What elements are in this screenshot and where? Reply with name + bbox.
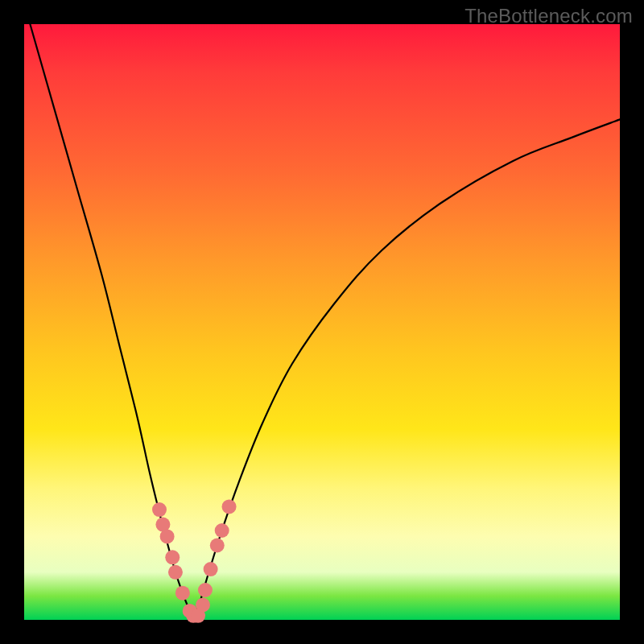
data-marker xyxy=(175,586,190,601)
data-marker xyxy=(168,565,183,580)
data-marker xyxy=(165,550,180,564)
data-marker xyxy=(204,562,218,576)
data-marker xyxy=(215,523,229,538)
marker-layer xyxy=(152,499,237,622)
data-marker xyxy=(196,598,210,613)
curve-layer xyxy=(30,24,620,616)
data-marker xyxy=(198,583,213,597)
data-marker xyxy=(152,502,167,517)
data-marker xyxy=(210,539,225,553)
curve-right-branch xyxy=(193,119,620,615)
watermark-text: TheBottleneck.com xyxy=(464,5,633,27)
data-marker xyxy=(160,529,175,543)
plot-area xyxy=(24,24,620,620)
chart-frame: TheBottleneck.com xyxy=(0,0,644,644)
chart-svg xyxy=(24,24,620,620)
data-marker xyxy=(222,499,237,514)
